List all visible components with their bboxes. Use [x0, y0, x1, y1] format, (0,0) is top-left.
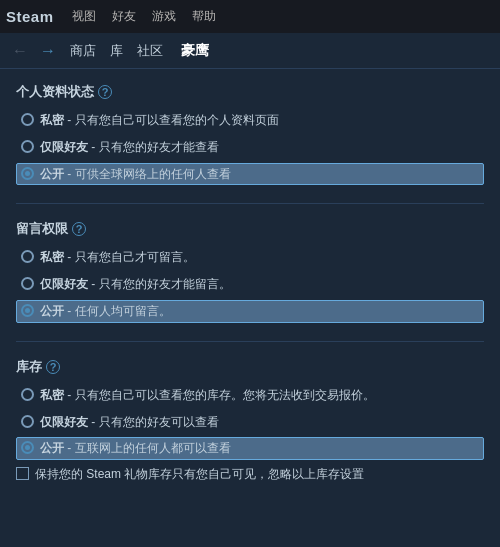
- nav-username[interactable]: 豪鹰: [181, 42, 209, 60]
- steam-logo: Steam: [6, 8, 54, 25]
- comment-private-radio[interactable]: [21, 250, 34, 263]
- nav-library[interactable]: 库: [110, 42, 123, 60]
- profile-public-radio[interactable]: [21, 167, 34, 180]
- inventory-private-option[interactable]: 私密 - 只有您自己可以查看您的库存。您将无法收到交易报价。: [16, 384, 484, 407]
- inventory-friends-label: 仅限好友 - 只有您的好友可以查看: [40, 414, 219, 431]
- inventory-help[interactable]: ?: [46, 360, 60, 374]
- inventory-private-label: 私密 - 只有您自己可以查看您的库存。您将无法收到交易报价。: [40, 387, 375, 404]
- nav-links: 商店 库 社区 豪鹰: [70, 42, 209, 60]
- inventory-section: 库存 ? 私密 - 只有您自己可以查看您的库存。您将无法收到交易报价。 仅限好友…: [16, 358, 484, 483]
- main-content: 个人资料状态 ? 私密 - 只有您自己可以查看您的个人资料页面 仅限好友 - 只…: [0, 69, 500, 547]
- profile-private-option[interactable]: 私密 - 只有您自己可以查看您的个人资料页面: [16, 109, 484, 132]
- inventory-public-label: 公开 - 互联网上的任何人都可以查看: [40, 440, 231, 457]
- menu-item-view[interactable]: 视图: [64, 0, 104, 33]
- profile-public-label: 公开 - 可供全球网络上的任何人查看: [40, 166, 231, 183]
- comment-permission-section: 留言权限 ? 私密 - 只有您自己才可留言。 仅限好友 - 只有您的好友才能留言…: [16, 220, 484, 322]
- comment-public-option[interactable]: 公开 - 任何人均可留言。: [16, 300, 484, 323]
- nav-store[interactable]: 商店: [70, 42, 96, 60]
- profile-public-option[interactable]: 公开 - 可供全球网络上的任何人查看: [16, 163, 484, 186]
- inventory-public-option[interactable]: 公开 - 互联网上的任何人都可以查看: [16, 437, 484, 460]
- inventory-checkbox[interactable]: [16, 467, 29, 480]
- comment-permission-help[interactable]: ?: [72, 222, 86, 236]
- comment-friends-option[interactable]: 仅限好友 - 只有您的好友才能留言。: [16, 273, 484, 296]
- inventory-title: 库存 ?: [16, 358, 484, 376]
- menu-bar: Steam 视图 好友 游戏 帮助: [0, 0, 500, 33]
- menu-item-help[interactable]: 帮助: [184, 0, 224, 33]
- profile-status-title: 个人资料状态 ?: [16, 83, 484, 101]
- profile-private-label: 私密 - 只有您自己可以查看您的个人资料页面: [40, 112, 279, 129]
- inventory-options: 私密 - 只有您自己可以查看您的库存。您将无法收到交易报价。 仅限好友 - 只有…: [16, 384, 484, 460]
- comment-permission-title: 留言权限 ?: [16, 220, 484, 238]
- comment-private-label: 私密 - 只有您自己才可留言。: [40, 249, 195, 266]
- profile-status-help[interactable]: ?: [98, 85, 112, 99]
- comment-public-label: 公开 - 任何人均可留言。: [40, 303, 171, 320]
- nav-community[interactable]: 社区: [137, 42, 163, 60]
- profile-friends-label: 仅限好友 - 只有您的好友才能查看: [40, 139, 219, 156]
- inventory-friends-radio[interactable]: [21, 415, 34, 428]
- profile-private-radio[interactable]: [21, 113, 34, 126]
- menu-item-games[interactable]: 游戏: [144, 0, 184, 33]
- comment-private-option[interactable]: 私密 - 只有您自己才可留言。: [16, 246, 484, 269]
- nav-bar: ← → 商店 库 社区 豪鹰: [0, 33, 500, 69]
- inventory-public-radio[interactable]: [21, 441, 34, 454]
- back-button[interactable]: ←: [8, 40, 32, 62]
- comment-friends-label: 仅限好友 - 只有您的好友才能留言。: [40, 276, 231, 293]
- inventory-checkbox-label: 保持您的 Steam 礼物库存只有您自己可见，忽略以上库存设置: [35, 466, 364, 483]
- comment-permission-options: 私密 - 只有您自己才可留言。 仅限好友 - 只有您的好友才能留言。 公开 - …: [16, 246, 484, 322]
- profile-status-options: 私密 - 只有您自己可以查看您的个人资料页面 仅限好友 - 只有您的好友才能查看…: [16, 109, 484, 185]
- forward-button[interactable]: →: [36, 40, 60, 62]
- profile-friends-radio[interactable]: [21, 140, 34, 153]
- comment-friends-radio[interactable]: [21, 277, 34, 290]
- menu-item-friends[interactable]: 好友: [104, 0, 144, 33]
- profile-friends-option[interactable]: 仅限好友 - 只有您的好友才能查看: [16, 136, 484, 159]
- profile-status-section: 个人资料状态 ? 私密 - 只有您自己可以查看您的个人资料页面 仅限好友 - 只…: [16, 83, 484, 185]
- inventory-private-radio[interactable]: [21, 388, 34, 401]
- inventory-checkbox-row[interactable]: 保持您的 Steam 礼物库存只有您自己可见，忽略以上库存设置: [16, 466, 484, 483]
- comment-public-radio[interactable]: [21, 304, 34, 317]
- inventory-friends-option[interactable]: 仅限好友 - 只有您的好友可以查看: [16, 411, 484, 434]
